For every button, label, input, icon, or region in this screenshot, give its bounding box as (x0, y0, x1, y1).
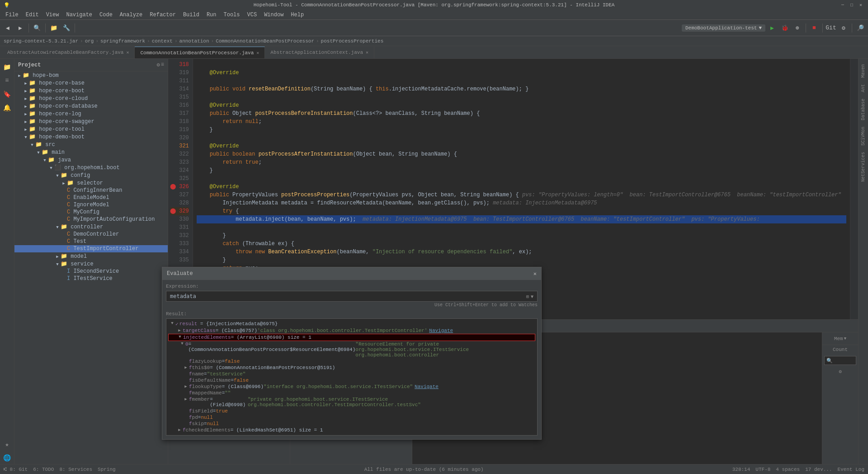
scivm-icon[interactable]: SCiVMon (860, 125, 867, 147)
tree-model[interactable]: ▶📁 model (14, 252, 168, 260)
watches-search[interactable]: 🔍 (822, 354, 858, 367)
menu-analyze[interactable]: Analyze (116, 11, 146, 19)
tree-hope-core-swagger[interactable]: ▶📁 hope-core-swagger (14, 118, 168, 125)
menu-build[interactable]: Build (179, 11, 203, 19)
tab-abstract-autowire[interactable]: AbstractAutowireCapableBeanFactory.java … (2, 47, 135, 58)
tree-demo-controller[interactable]: C DemoController (14, 231, 168, 238)
menu-tools[interactable]: Tools (220, 11, 244, 19)
result-skip[interactable]: f skip = null (168, 421, 535, 427)
search-everywhere[interactable]: 🔎 (854, 22, 866, 34)
tree-hope-bom[interactable]: ▶📁 hope-bom (14, 71, 168, 79)
tree-hope-core-boot[interactable]: ▶📁 hope-core-boot (14, 87, 168, 95)
todo-status[interactable]: 6: TODO (33, 467, 54, 472)
run-config-selector[interactable]: DemoBootApplication-test ▼ (682, 24, 765, 32)
breadcrumb-class[interactable]: CommonAnnotationBeanPostProcessor (216, 38, 314, 44)
status-indent[interactable]: 4 spaces (776, 467, 800, 472)
sidebar-collapse-icon[interactable]: ≡ (161, 62, 164, 68)
tab-common-annotation[interactable]: CommonAnnotationBeanPostProcessor.java ✕ (135, 47, 265, 58)
favorites-icon-btn[interactable]: ★ (1, 438, 14, 450)
result-this0[interactable]: ▶ f this$0 = (CommonAnnotationBeanPostPr… (168, 365, 535, 371)
tree-service[interactable]: ▼📁 service (14, 260, 168, 268)
tree-main[interactable]: ▼📁 main (14, 148, 168, 156)
tree-isecond-service[interactable]: I ISecondService (14, 268, 168, 275)
watches-settings-icon[interactable]: ⚙ (822, 367, 858, 376)
breadcrumb-context[interactable]: context (152, 38, 173, 44)
menu-edit[interactable]: Edit (22, 11, 42, 19)
tree-hope-core-cloud[interactable]: ▶📁 hope-core-cloud (14, 95, 168, 102)
result-is-default-name[interactable]: f isDefaultName = false (168, 377, 535, 384)
tab-close-active-icon[interactable]: ✕ (256, 50, 259, 56)
tree-src[interactable]: ▼📁 src (14, 141, 168, 148)
close-btn[interactable]: ✕ (857, 1, 864, 9)
git-btn[interactable]: Git (825, 22, 837, 34)
toolbar-search[interactable]: 🔍 (31, 22, 43, 34)
tree-hope-demo-boot[interactable]: ▼📁 hope-demo-boot (14, 133, 168, 141)
result-injected-elements[interactable]: ▼ injectedElements = (ArrayList@6980) si… (168, 334, 535, 341)
tree-test-import-controller[interactable]: C TestImportController (14, 245, 168, 252)
tree-config-inner-bean[interactable]: C ConfigInnerBean (14, 187, 168, 194)
breadcrumb-org[interactable]: org (85, 38, 94, 44)
result-root[interactable]: ▼ ✓ result = {InjectionMetadata@6975} (168, 321, 535, 327)
tree-config[interactable]: ▼📁 config (14, 171, 168, 179)
tab-abstract-app-context[interactable]: AbstractApplicationContext.java ✕ (265, 47, 374, 58)
toolbar-structure[interactable]: 🔧 (61, 22, 72, 34)
tree-ignore-model[interactable]: C IgnoreModel (14, 201, 168, 209)
tree-selector[interactable]: ▶📁 selector (14, 179, 168, 187)
menu-help[interactable]: Help (287, 11, 307, 19)
database-icon[interactable]: Database (860, 97, 867, 122)
tab-close-3-icon[interactable]: ✕ (366, 50, 368, 55)
result-name[interactable]: f name = "testService" (168, 371, 535, 377)
debug-btn[interactable]: 🐞 (779, 22, 791, 34)
toolbar-forward[interactable]: ▶ (14, 22, 26, 34)
spring-status[interactable]: Spring (98, 467, 116, 472)
tree-my-config[interactable]: C MyConfig (14, 209, 168, 216)
result-member[interactable]: ▶ f member = (Field@6998) "private org.h… (168, 396, 535, 408)
eval-expand-icon[interactable]: ⊞ (526, 294, 529, 299)
menu-navigate[interactable]: Navigate (62, 11, 96, 19)
minimize-btn[interactable]: ─ (839, 1, 846, 9)
result-lazy-lookup[interactable]: f lazyLookup = false (168, 358, 535, 365)
result-mapped-name[interactable]: f mappedName = "" (168, 390, 535, 396)
sidebar-gear-icon[interactable]: ⚙ (157, 62, 160, 68)
ant-icon[interactable]: Ant (860, 82, 867, 94)
result-pd[interactable]: f pd = null (168, 414, 535, 421)
watches-dropdown-icon[interactable]: ▼ (844, 337, 846, 341)
maven-icon[interactable]: Maven (860, 62, 867, 80)
tree-my-import[interactable]: C MyImportAutoConfiguration (14, 216, 168, 223)
status-encoding[interactable]: UTF-8 (755, 467, 770, 472)
result-lookup-type[interactable]: ▶ f lookupType = (Class@6996) "interface… (168, 384, 535, 390)
structure-icon-btn[interactable]: ≡ (1, 74, 14, 87)
tab-close-icon[interactable]: ✕ (126, 50, 129, 55)
eval-dropdown-icon[interactable]: ▼ (531, 294, 533, 299)
tree-package[interactable]: ▼⬛ org.hopehomi.boot (14, 164, 168, 171)
tree-hope-core-log[interactable]: ▶📁 hope-core-log (14, 110, 168, 118)
evaluate-close-icon[interactable]: ✕ (533, 270, 537, 277)
eval-expression-input[interactable]: metadata ⊞ ▼ (166, 291, 538, 302)
status-position[interactable]: 328:14 (732, 467, 750, 472)
result-target-class[interactable]: ▶ targetClass = (Class@6757) 'class org.… (168, 327, 535, 334)
toolbar-back[interactable]: ◀ (2, 22, 14, 34)
notification-icon-btn[interactable]: 🔔 (1, 101, 14, 114)
tree-enable-model[interactable]: C EnableModel (14, 194, 168, 201)
result-checked-elements[interactable]: ▶ f checkedElements = (LinkedHashSet@695… (168, 427, 535, 433)
menu-file[interactable]: File (2, 11, 22, 19)
menu-run[interactable]: Run (203, 11, 220, 19)
tree-test[interactable]: C Test (14, 238, 168, 245)
tree-hope-core-base[interactable]: ▶📁 hope-core-base (14, 79, 168, 87)
titlebar-controls[interactable]: ─ □ ✕ (839, 1, 864, 9)
git-status[interactable]: ⑆ 8: Git (4, 467, 28, 472)
tree-java[interactable]: ▼📁 java (14, 156, 168, 164)
stop-btn[interactable]: ■ (808, 22, 820, 34)
web-icon-btn[interactable]: 🌐 (1, 451, 14, 464)
run-with-coverage[interactable]: ⊕ (792, 22, 803, 34)
breadcrumb-method[interactable]: postProcessProperties (321, 38, 384, 44)
breadcrumb-springframework[interactable]: springframework (100, 38, 145, 44)
toolbar-project[interactable]: 📁 (48, 22, 60, 34)
menu-window[interactable]: Window (260, 11, 287, 19)
tree-hope-core-tool[interactable]: ▶📁 hope-core-tool (14, 125, 168, 133)
menu-refactor[interactable]: Refactor (146, 11, 179, 19)
result-is-field[interactable]: f isField = true (168, 408, 535, 414)
netservices-icon[interactable]: NetServices (860, 150, 867, 184)
tree-hope-core-database[interactable]: ▶📁 hope-core-database (14, 102, 168, 110)
status-java[interactable]: 17 dev... (805, 467, 832, 472)
